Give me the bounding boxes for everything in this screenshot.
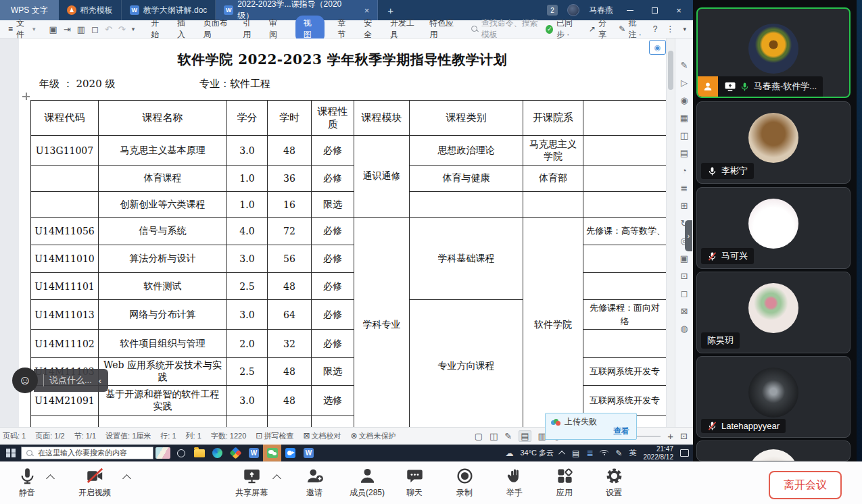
tencent-meeting-icon[interactable] [281, 445, 300, 461]
print-preview-icon[interactable]: ◻ [91, 25, 99, 34]
wps-doc2-icon[interactable]: W [300, 445, 318, 461]
maximize-button[interactable] [647, 7, 662, 14]
share-screen-button[interactable]: 共享屏幕 [226, 467, 277, 499]
cell-code[interactable]: U14M11101 [31, 273, 99, 300]
document-scrollbar[interactable] [666, 39, 675, 427]
leave-meeting-button[interactable]: 离开会议 [769, 471, 842, 499]
tab-rice-template[interactable]: 稻壳模板 [59, 0, 122, 20]
cell-name[interactable]: Web 应用系统开发技术与实践 [99, 358, 227, 386]
cell-name[interactable]: 网络与分布计算 [99, 300, 227, 330]
cell-name[interactable]: 马克思主义基本原理 [99, 136, 227, 166]
cell-category[interactable]: 体育与健康 [410, 166, 523, 192]
seal-tool-icon[interactable] [680, 95, 688, 105]
cell-name[interactable] [99, 416, 227, 428]
pen-tray-icon[interactable]: ✎ [615, 449, 622, 458]
box-tool-icon[interactable] [681, 271, 688, 281]
onedrive-tray-icon[interactable]: ≣ [586, 449, 593, 458]
cell-note[interactable]: 互联网系统开发专 [583, 386, 667, 416]
raise-hand-button[interactable]: 举手 [489, 467, 540, 499]
more-icon[interactable]: ▾ [132, 26, 135, 32]
cell-credit[interactable]: 3.0 [227, 300, 268, 330]
cell-type[interactable]: 必修 [312, 136, 354, 166]
header-course-code[interactable]: 课程代码 [31, 101, 99, 136]
wechat-icon[interactable] [263, 445, 281, 461]
cell-code[interactable] [31, 166, 99, 192]
mute-button[interactable]: 静音 [2, 467, 52, 499]
document-page[interactable]: 软件学院 2022-2023 学年秋季学期指导性教学计划 年级 ： 2020 级… [19, 39, 666, 427]
cell-hours[interactable]: 16 [268, 192, 312, 218]
cell-type[interactable]: 限选 [312, 358, 354, 386]
participant-tile[interactable]: 马春燕-软件学... [696, 7, 851, 98]
cell-category-merged[interactable]: 学科基础课程 [410, 218, 523, 300]
save-icon[interactable]: ▣ [49, 25, 57, 34]
ruler-pin-button[interactable]: ◉ [649, 40, 666, 55]
cell-type[interactable]: 限选 [312, 192, 354, 218]
menu-page-layout[interactable]: 页面布局 [203, 18, 231, 41]
mail-tray-icon[interactable]: ▤ [572, 449, 579, 458]
command-search[interactable]: 查找命令、搜索模板 [471, 18, 546, 41]
cell-hours[interactable]: 56 [268, 245, 312, 273]
header-credit[interactable]: 学分 [227, 101, 268, 136]
cursor-tool-icon[interactable] [681, 78, 688, 88]
weather-text[interactable]: 34°C 多云 [520, 448, 554, 458]
participant-tile[interactable]: 李彬宁 [696, 101, 851, 184]
pie-tool-icon[interactable] [681, 166, 687, 176]
cell-module-merged[interactable]: 通识通修 [354, 136, 410, 218]
cell-hours[interactable]: 48 [268, 273, 312, 300]
shape-tool-icon[interactable] [681, 288, 688, 299]
spellcheck-toggle[interactable]: ⊡拼写检查 [256, 431, 293, 441]
page-view-icon[interactable]: ▤ [519, 430, 531, 442]
cell-note[interactable]: 先修课：高等数学、 [583, 218, 667, 245]
taskbar-clock[interactable]: 21:47 2022/8/12 [644, 445, 674, 461]
invite-button[interactable]: 邀请 [289, 467, 339, 499]
comment-button[interactable]: ✎批注 · [619, 18, 644, 41]
cell-hours[interactable]: 48 [268, 136, 312, 166]
participant-tile-partial[interactable] [696, 440, 851, 461]
wifi-icon[interactable] [600, 450, 608, 457]
settings-button[interactable]: 设置 [589, 467, 639, 499]
cell-name[interactable]: 算法分析与设计 [99, 245, 227, 273]
cell-type[interactable]: 选修 [312, 386, 354, 416]
weather-icon[interactable]: ☁ [505, 449, 513, 458]
header-course-name[interactable]: 课程名称 [99, 101, 227, 136]
cell-type[interactable]: 必修 [312, 218, 354, 245]
two-page-view-icon[interactable]: ◫ [489, 431, 498, 441]
menu-dev-tools[interactable]: 开发工具 [390, 18, 417, 41]
layers-tool-icon[interactable] [680, 253, 688, 263]
cell-type[interactable]: 必修 [312, 245, 354, 273]
message-count-badge[interactable]: 2 [547, 5, 558, 16]
cell-note[interactable] [583, 136, 667, 166]
menu-review[interactable]: 审阅 [269, 18, 283, 41]
participant-tile[interactable]: Latehappyyear [696, 356, 851, 438]
file-menu[interactable]: ≡ 文件 ▾ [0, 18, 43, 41]
collapse-ribbon-icon[interactable]: ▾ [683, 26, 686, 32]
cell-credit[interactable]: 1.0 [227, 166, 268, 192]
menu-security[interactable]: 安全 [364, 18, 377, 41]
menu-section[interactable]: 章节 [337, 18, 351, 41]
sync-status[interactable]: ✓已同步 · [546, 18, 580, 41]
cell-code[interactable] [31, 416, 99, 428]
header-hours[interactable]: 学时 [268, 101, 312, 136]
panel-collapse-handle[interactable]: › [685, 220, 692, 251]
cell-category-merged[interactable]: 专业方向课程 [410, 300, 523, 428]
video-button[interactable]: 开启视频 [70, 467, 120, 499]
grid-tool-icon[interactable] [681, 201, 688, 211]
scrollbar-thumb[interactable] [668, 51, 673, 90]
outline-tool-icon[interactable] [681, 183, 688, 193]
cell-hours[interactable]: 48 [268, 358, 312, 386]
chat-input[interactable]: 说点什么... ‹ [34, 369, 108, 392]
menu-home[interactable]: 开始 [151, 18, 164, 41]
video-options-caret[interactable] [122, 474, 131, 483]
cell-name[interactable]: 基于开源和群智的软件工程实践 [99, 386, 227, 416]
cell-note[interactable]: 先修课程：面向对 络 [583, 300, 667, 330]
emoji-icon[interactable]: ☺ [12, 368, 38, 393]
cell-category[interactable]: 思想政治理论 [410, 136, 523, 166]
view-link[interactable]: 查看 [613, 426, 629, 437]
pen-view-icon[interactable]: ✎ [504, 431, 512, 441]
cell-type[interactable] [312, 416, 354, 428]
print-icon[interactable]: ▥ [77, 25, 85, 34]
cell-note[interactable] [583, 166, 667, 192]
picture-thumbnail[interactable] [153, 445, 172, 461]
table-tool-icon[interactable] [680, 113, 688, 123]
minimize-button[interactable] [623, 10, 638, 11]
